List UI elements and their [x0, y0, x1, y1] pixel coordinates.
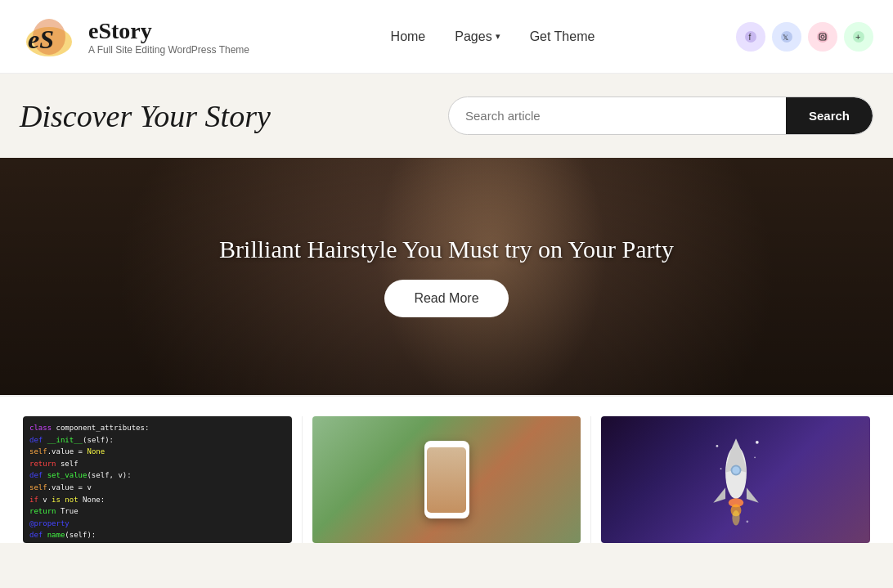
logo-area[interactable]: eS eStory A Full Site Editing WordPress … [20, 7, 249, 66]
site-header: eS eStory A Full Site Editing WordPress … [0, 0, 893, 74]
card-rocket-image [601, 416, 870, 543]
rocket-illustration [703, 431, 769, 529]
svg-point-22 [746, 520, 748, 523]
facebook-icon[interactable]: f [736, 22, 765, 52]
search-button[interactable]: Search [786, 97, 873, 134]
discover-title: Discover Your Story [20, 98, 271, 134]
search-form: Search [448, 97, 873, 135]
nav-home[interactable]: Home [391, 29, 426, 44]
hero-section: Brilliant Hairstyle You Must try on Your… [0, 158, 893, 395]
logo-text-block: eStory A Full Site Editing WordPress The… [88, 18, 249, 56]
svg-point-20 [720, 468, 721, 469]
more-social-icon[interactable]: + [844, 22, 873, 52]
logo-icon: eS [20, 7, 79, 66]
nav-pages-label: Pages [455, 29, 491, 44]
hero-content: Brilliant Hairstyle You Must try on Your… [219, 236, 674, 317]
card-phone-image [312, 416, 581, 543]
read-more-button[interactable]: Read More [384, 280, 508, 317]
card-code: class component_attributes: def __init__… [13, 416, 303, 543]
phone-mockup [424, 441, 469, 518]
nav-get-theme[interactable]: Get Theme [530, 29, 595, 44]
article-cards-section: class component_attributes: def __init__… [0, 395, 893, 543]
svg-point-17 [732, 509, 739, 524]
card-phone [303, 416, 592, 543]
site-title: eStory [88, 18, 249, 44]
svg-text:eS: eS [28, 25, 54, 54]
main-nav: Home Pages ▾ Get Theme [391, 29, 595, 44]
nav-pages[interactable]: Pages ▾ [455, 29, 500, 44]
social-icons-group: f 𝕏 + [736, 22, 873, 52]
site-subtitle: A Full Site Editing WordPress Theme [88, 44, 249, 56]
svg-point-14 [732, 466, 739, 474]
svg-point-18 [716, 445, 718, 447]
svg-point-21 [756, 441, 759, 444]
twitter-icon[interactable]: 𝕏 [772, 22, 801, 52]
svg-text:+: + [855, 32, 860, 42]
svg-text:𝕏: 𝕏 [783, 34, 788, 42]
search-banner: Discover Your Story Search [0, 74, 893, 158]
card-code-image: class component_attributes: def __init__… [23, 416, 292, 543]
instagram-icon[interactable] [808, 22, 837, 52]
svg-point-19 [754, 456, 756, 458]
svg-point-7 [817, 31, 828, 43]
card-rocket [591, 416, 880, 543]
hero-title: Brilliant Hairstyle You Must try on Your… [219, 236, 674, 263]
search-input[interactable] [449, 97, 786, 134]
svg-text:f: f [748, 33, 751, 42]
chevron-down-icon: ▾ [496, 31, 500, 42]
